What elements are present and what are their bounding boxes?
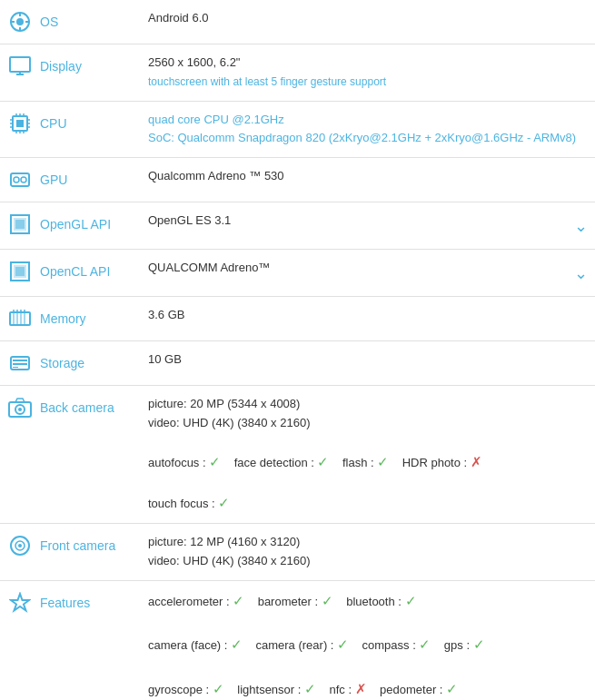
feature-line-1: accelerometer : ✓ barometer : ✓ bluetoot… (148, 590, 588, 612)
nfc-label: nfc : (329, 683, 354, 696)
label-cpu: CPU (0, 101, 141, 158)
storage-icon (7, 350, 33, 376)
label-text-cpu: CPU (40, 111, 67, 136)
label-backcamera: Back camera (0, 385, 141, 523)
label-text-gpu: GPU (40, 167, 67, 192)
opengl-chevron[interactable]: ⌄ (574, 213, 588, 240)
label-display: Display (0, 44, 141, 102)
svg-point-24 (14, 177, 19, 182)
touchfocus-label: touch focus : (148, 497, 218, 510)
value-os: Android 6.0 (141, 0, 595, 44)
features-icon (7, 590, 33, 616)
row-os: OS Android 6.0 (0, 0, 595, 44)
feature-line-3: gyroscope : ✓ lightsensor : ✓ nfc : ✗ pe… (148, 678, 588, 700)
value-features: accelerometer : ✓ barometer : ✓ bluetoot… (141, 580, 595, 700)
opengl-icon (7, 212, 33, 237)
svg-rect-28 (15, 220, 25, 229)
pedometer-label: pedometer : (380, 683, 446, 696)
label-text-storage: Storage (40, 350, 84, 376)
compass-label: compass : (362, 638, 420, 652)
pedometer-check: ✓ (446, 681, 458, 696)
value-gpu: Qualcomm Adreno ™ 530 (141, 158, 595, 202)
svg-point-50 (18, 544, 22, 547)
svg-rect-10 (16, 120, 24, 127)
label-text-opengl: OpenGL API (40, 212, 111, 237)
compass-check: ✓ (419, 636, 431, 652)
label-memory: Memory (0, 296, 141, 340)
backcamera-icon (7, 395, 33, 420)
bluetooth-check: ✓ (405, 593, 417, 608)
lightsensor-check: ✓ (304, 681, 316, 696)
bluetooth-label: bluetooth : (346, 595, 404, 608)
label-text-frontcamera: Front camera (40, 533, 115, 558)
svg-rect-44 (13, 367, 18, 368)
label-gpu: GPU (0, 158, 141, 202)
autofocus-check: ✓ (209, 454, 221, 469)
opencl-chevron[interactable]: ⌄ (574, 261, 588, 287)
display-icon (7, 54, 33, 79)
barometer-label: barometer : (258, 595, 322, 608)
label-features: Features (0, 580, 141, 700)
autofocus-label: autofocus : (148, 456, 209, 469)
svg-rect-6 (10, 57, 30, 72)
row-memory: Memory 3.6 GB (0, 296, 595, 340)
cpu-icon (7, 111, 33, 136)
opencl-value: QUALCOMM Adreno™ (148, 259, 270, 278)
label-text-opencl: OpenCL API (40, 259, 110, 284)
label-text-display: Display (40, 54, 82, 79)
label-opengl: OpenGL API (0, 202, 141, 250)
barometer-check: ✓ (322, 593, 333, 608)
svg-rect-32 (10, 312, 30, 325)
svg-point-25 (21, 177, 26, 182)
lightsensor-label: lightsensor : (237, 683, 304, 696)
row-cpu: CPU quad core CPU @2.1GHz SoC: Qualcomm … (0, 101, 595, 158)
gyroscope-label: gyroscope : (148, 683, 213, 696)
accelerometer-check: ✓ (233, 593, 244, 608)
value-cpu: quad core CPU @2.1GHz SoC: Qualcomm Snap… (141, 101, 595, 158)
flash-check: ✓ (377, 454, 389, 469)
row-opencl: OpenCL API QUALCOMM Adreno™ ⌄ (0, 249, 595, 296)
svg-point-1 (16, 18, 24, 25)
frontcamera-icon (7, 533, 33, 558)
svg-point-47 (18, 408, 22, 411)
svg-rect-43 (13, 363, 27, 365)
label-os: OS (0, 0, 141, 44)
value-display: 2560 x 1600, 6.2" touchscreen with at le… (141, 44, 595, 102)
label-opencl: OpenCL API (0, 249, 141, 296)
row-frontcamera: Front camera picture: 12 MP (4160 x 3120… (0, 523, 595, 580)
camerarear-check: ✓ (337, 636, 349, 652)
flash-label: flash : (342, 456, 377, 469)
feature-line-2: camera (face) : ✓ camera (rear) : ✓ comp… (148, 634, 588, 656)
svg-rect-42 (13, 360, 27, 361)
hdrphoto-cross: ✗ (471, 454, 482, 469)
facedetection-label: face detection : (234, 456, 318, 469)
opencl-icon (7, 259, 33, 284)
memory-icon (7, 306, 33, 331)
os-icon (7, 9, 33, 35)
spec-table: OS Android 6.0 Display 2560 x 1600, 6.2" (0, 0, 595, 700)
gyroscope-check: ✓ (213, 681, 224, 696)
value-backcamera: picture: 20 MP (5344 x 4008) video: UHD … (141, 385, 595, 523)
value-storage: 10 GB (141, 340, 595, 385)
row-display: Display 2560 x 1600, 6.2" touchscreen wi… (0, 44, 595, 102)
svg-rect-31 (15, 267, 25, 276)
accelerometer-label: accelerometer : (148, 595, 233, 608)
label-text-features: Features (40, 590, 90, 616)
value-opengl: OpenGL ES 3.1 ⌄ (141, 202, 595, 250)
value-memory: 3.6 GB (141, 296, 595, 340)
hdrphoto-label: HDR photo : (402, 456, 471, 469)
row-opengl: OpenGL API OpenGL ES 3.1 ⌄ (0, 202, 595, 250)
row-storage: Storage 10 GB (0, 340, 595, 385)
label-text-backcamera: Back camera (40, 395, 114, 420)
touchfocus-check: ✓ (218, 495, 230, 510)
cpu-main: quad core CPU @2.1GHz (148, 113, 284, 126)
camerarear-label: camera (rear) : (255, 638, 337, 652)
cameraface-label: camera (face) : (148, 638, 231, 652)
cpu-sub: SoC: Qualcomm Snapdragon 820 (2xKryo@2.1… (148, 131, 576, 144)
label-frontcamera: Front camera (0, 523, 141, 580)
label-text-memory: Memory (40, 306, 86, 331)
gpu-icon (7, 167, 33, 192)
label-text-os: OS (40, 9, 58, 35)
row-features: Features accelerometer : ✓ barometer : ✓… (0, 580, 595, 700)
opengl-value: OpenGL ES 3.1 (148, 212, 231, 231)
